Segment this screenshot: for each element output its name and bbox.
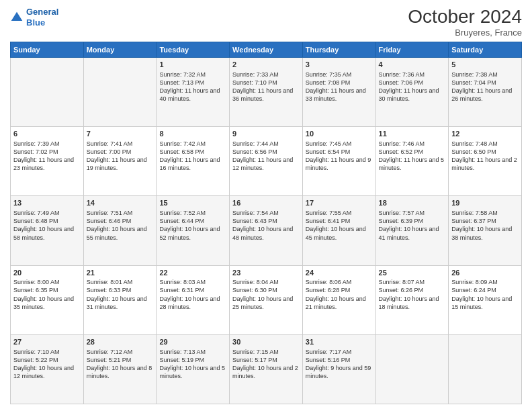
sunrise-text: Sunrise: 7:46 AM	[379, 140, 446, 148]
day-number: 13	[13, 198, 81, 208]
sunset-text: Sunset: 6:43 PM	[232, 217, 300, 225]
cell-3-6: 18Sunrise: 7:57 AMSunset: 6:39 PMDayligh…	[375, 196, 449, 265]
sunrise-text: Sunrise: 7:32 AM	[159, 71, 226, 79]
cell-5-5: 31Sunrise: 7:17 AMSunset: 5:16 PMDayligh…	[302, 334, 375, 404]
sunrise-text: Sunrise: 7:35 AM	[306, 71, 373, 79]
sunrise-text: Sunrise: 7:36 AM	[379, 71, 446, 79]
daylight-text: Daylight: 11 hours and 5 minutes.	[379, 156, 446, 172]
day-number: 28	[87, 337, 154, 347]
cell-1-6: 4Sunrise: 7:36 AMSunset: 7:06 PMDaylight…	[375, 57, 449, 126]
day-number: 7	[87, 129, 154, 139]
sunset-text: Sunset: 7:00 PM	[87, 148, 154, 156]
calendar-body: 1Sunrise: 7:32 AMSunset: 7:13 PMDaylight…	[11, 57, 522, 404]
sunrise-text: Sunrise: 7:48 AM	[451, 140, 519, 148]
sunrise-text: Sunrise: 7:39 AM	[13, 140, 81, 148]
cell-2-4: 9Sunrise: 7:44 AMSunset: 6:56 PMDaylight…	[230, 127, 303, 196]
sunrise-text: Sunrise: 8:06 AM	[306, 278, 373, 286]
day-number: 27	[13, 337, 81, 347]
cell-4-6: 25Sunrise: 8:07 AMSunset: 6:26 PMDayligh…	[375, 265, 449, 334]
week-row-5: 27Sunrise: 7:10 AMSunset: 5:22 PMDayligh…	[11, 334, 522, 404]
day-number: 22	[159, 268, 226, 278]
sunrise-text: Sunrise: 7:54 AM	[232, 209, 300, 217]
cell-1-7: 5Sunrise: 7:38 AMSunset: 7:04 PMDaylight…	[449, 57, 522, 126]
daylight-text: Daylight: 10 hours and 31 minutes.	[87, 295, 154, 311]
cell-2-2: 7Sunrise: 7:41 AMSunset: 7:00 PMDaylight…	[83, 127, 157, 196]
day-number: 15	[159, 198, 226, 208]
sunrise-text: Sunrise: 8:00 AM	[13, 278, 81, 286]
day-number: 6	[13, 129, 81, 139]
daylight-text: Daylight: 11 hours and 40 minutes.	[159, 87, 226, 103]
daylight-text: Daylight: 10 hours and 8 minutes.	[87, 364, 154, 380]
day-number: 5	[451, 60, 519, 70]
header-row: Sunday Monday Tuesday Wednesday Thursday…	[11, 42, 522, 57]
sunset-text: Sunset: 7:13 PM	[159, 79, 226, 87]
cell-3-3: 15Sunrise: 7:52 AMSunset: 6:44 PMDayligh…	[157, 196, 230, 265]
logo-text: General Blue	[26, 7, 58, 28]
cell-4-2: 21Sunrise: 8:01 AMSunset: 6:33 PMDayligh…	[83, 265, 157, 334]
daylight-text: Daylight: 11 hours and 9 minutes.	[306, 156, 373, 172]
daylight-text: Daylight: 11 hours and 16 minutes.	[159, 156, 226, 172]
header: General Blue October 2024 Bruyeres, Fran…	[10, 7, 522, 38]
cell-1-3: 1Sunrise: 7:32 AMSunset: 7:13 PMDaylight…	[157, 57, 230, 126]
sunset-text: Sunset: 7:02 PM	[13, 148, 81, 156]
cell-2-6: 11Sunrise: 7:46 AMSunset: 6:52 PMDayligh…	[375, 127, 449, 196]
daylight-text: Daylight: 10 hours and 28 minutes.	[159, 295, 226, 311]
sunset-text: Sunset: 6:54 PM	[306, 148, 373, 156]
day-number: 4	[379, 60, 446, 70]
sunrise-text: Sunrise: 8:04 AM	[232, 278, 300, 286]
cell-5-3: 29Sunrise: 7:13 AMSunset: 5:19 PMDayligh…	[157, 334, 230, 404]
svg-marker-0	[11, 11, 23, 20]
sunrise-text: Sunrise: 7:52 AM	[159, 209, 226, 217]
logo-line1: General	[26, 7, 58, 17]
sunset-text: Sunset: 6:56 PM	[232, 148, 300, 156]
day-number: 31	[306, 337, 373, 347]
daylight-text: Daylight: 11 hours and 19 minutes.	[87, 156, 154, 172]
sunset-text: Sunset: 5:19 PM	[159, 356, 226, 364]
daylight-text: Daylight: 10 hours and 52 minutes.	[159, 225, 226, 241]
sunrise-text: Sunrise: 7:49 AM	[13, 209, 81, 217]
day-number: 17	[306, 198, 373, 208]
daylight-text: Daylight: 10 hours and 18 minutes.	[379, 295, 446, 311]
day-number: 3	[306, 60, 373, 70]
cell-1-2	[83, 57, 157, 126]
cell-4-4: 23Sunrise: 8:04 AMSunset: 6:30 PMDayligh…	[230, 265, 303, 334]
sunrise-text: Sunrise: 7:58 AM	[451, 209, 519, 217]
sunset-text: Sunset: 6:31 PM	[159, 286, 226, 294]
week-row-2: 6Sunrise: 7:39 AMSunset: 7:02 PMDaylight…	[11, 127, 522, 196]
cell-3-2: 14Sunrise: 7:51 AMSunset: 6:46 PMDayligh…	[83, 196, 157, 265]
day-number: 9	[232, 129, 300, 139]
daylight-text: Daylight: 10 hours and 41 minutes.	[379, 225, 446, 241]
sunrise-text: Sunrise: 7:33 AM	[232, 71, 300, 79]
col-thursday: Thursday	[302, 42, 375, 57]
sunset-text: Sunset: 6:26 PM	[379, 286, 446, 294]
month-title: October 2024	[408, 7, 522, 28]
sunrise-text: Sunrise: 7:45 AM	[306, 140, 373, 148]
sunrise-text: Sunrise: 7:15 AM	[232, 348, 300, 356]
daylight-text: Daylight: 10 hours and 48 minutes.	[232, 225, 300, 241]
daylight-text: Daylight: 11 hours and 36 minutes.	[232, 87, 300, 103]
sunrise-text: Sunrise: 7:44 AM	[232, 140, 300, 148]
day-number: 21	[87, 268, 154, 278]
daylight-text: Daylight: 10 hours and 5 minutes.	[159, 364, 226, 380]
col-friday: Friday	[375, 42, 449, 57]
sunset-text: Sunset: 6:48 PM	[13, 217, 81, 225]
cell-3-5: 17Sunrise: 7:55 AMSunset: 6:41 PMDayligh…	[302, 196, 375, 265]
col-monday: Monday	[83, 42, 157, 57]
sunrise-text: Sunrise: 7:12 AM	[87, 348, 154, 356]
cell-2-7: 12Sunrise: 7:48 AMSunset: 6:50 PMDayligh…	[449, 127, 522, 196]
sunset-text: Sunset: 5:17 PM	[232, 356, 300, 364]
sunrise-text: Sunrise: 7:51 AM	[87, 209, 154, 217]
sunrise-text: Sunrise: 8:09 AM	[451, 278, 519, 286]
sunset-text: Sunset: 6:41 PM	[306, 217, 373, 225]
daylight-text: Daylight: 9 hours and 59 minutes.	[306, 364, 373, 380]
sunset-text: Sunset: 7:08 PM	[306, 79, 373, 87]
daylight-text: Daylight: 10 hours and 12 minutes.	[13, 364, 81, 380]
cell-2-3: 8Sunrise: 7:42 AMSunset: 6:58 PMDaylight…	[157, 127, 230, 196]
day-number: 2	[232, 60, 300, 70]
day-number: 23	[232, 268, 300, 278]
sunrise-text: Sunrise: 7:38 AM	[451, 71, 519, 79]
col-saturday: Saturday	[449, 42, 522, 57]
cell-4-5: 24Sunrise: 8:06 AMSunset: 6:28 PMDayligh…	[302, 265, 375, 334]
cell-5-4: 30Sunrise: 7:15 AMSunset: 5:17 PMDayligh…	[230, 334, 303, 404]
cell-1-4: 2Sunrise: 7:33 AMSunset: 7:10 PMDaylight…	[230, 57, 303, 126]
